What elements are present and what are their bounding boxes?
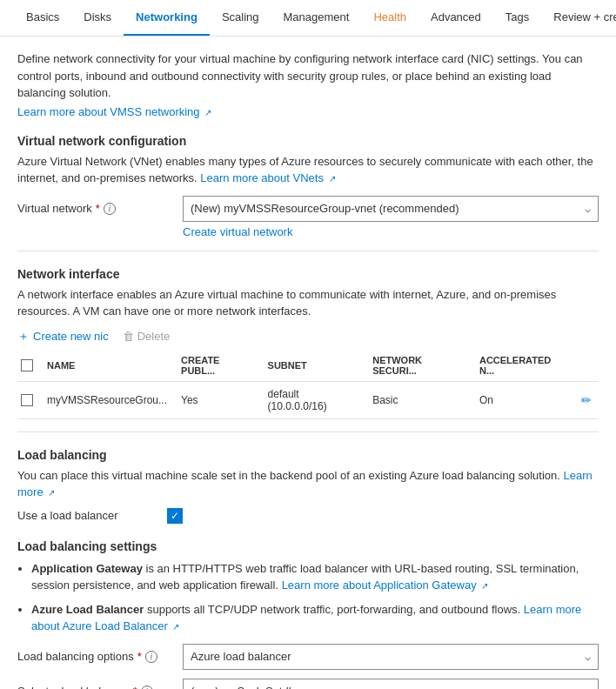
lb-bullets-list: Application Gateway is an HTTP/HTTPS web… bbox=[31, 560, 599, 635]
create-vnet-link[interactable]: Create virtual network bbox=[183, 225, 292, 238]
lb-select-info-icon[interactable]: i bbox=[141, 686, 153, 690]
vnet-form-row: Virtual network * i (New) myVMSSResource… bbox=[17, 196, 599, 222]
table-row: myVMSSResourceGrou... Yes default (10.0.… bbox=[17, 381, 599, 418]
vmss-network-link-icon: ↗ bbox=[204, 108, 211, 117]
lb-options-label: Load balancing options * i bbox=[17, 650, 174, 663]
lb-select-dropdown[interactable]: (new) myScaleSet-lb ⌵ bbox=[183, 679, 599, 690]
nic-row-name: myVMSSResourceGrou... bbox=[40, 381, 174, 418]
nic-col-subnet: SUBNET bbox=[261, 350, 366, 382]
lb-select-form-row: Select a load balancer * i (new) myScale… bbox=[17, 679, 599, 690]
nic-table-header-row: NAME CREATE PUBL... SUBNET NETWORK SECUR… bbox=[17, 350, 599, 382]
lb-options-chevron: ⌵ bbox=[585, 651, 591, 663]
nic-header-checkbox bbox=[17, 350, 40, 382]
divider-1 bbox=[17, 251, 599, 251]
lb-section-title: Load balancing bbox=[17, 448, 599, 462]
vnet-dropdown-chevron: ⌵ bbox=[585, 203, 591, 215]
nic-row-public-ip: Yes bbox=[174, 381, 261, 418]
vnet-link[interactable]: Learn more about VNets bbox=[200, 171, 324, 184]
tab-tags[interactable]: Tags bbox=[493, 0, 541, 36]
nic-col-actions bbox=[574, 350, 599, 382]
nav-tabs: Basics Disks Networking Scaling Manageme… bbox=[0, 0, 616, 37]
create-nic-button[interactable]: ＋ Create new nic bbox=[17, 329, 109, 344]
lb-options-dropdown[interactable]: Azure load balancer ⌵ bbox=[183, 644, 599, 670]
use-lb-checkbox[interactable] bbox=[167, 508, 183, 524]
use-lb-label: Use a load balancer bbox=[17, 509, 157, 522]
nic-row-accelerated: On bbox=[472, 381, 574, 418]
main-content: Define network connectivity for your vir… bbox=[0, 37, 616, 689]
nic-col-accelerated: ACCELERATED N... bbox=[472, 350, 574, 382]
nic-row-subnet: default (10.0.0.0/16) bbox=[261, 381, 366, 418]
lb-settings-title: Load balancing settings bbox=[17, 539, 599, 553]
azure-lb-desc: supports all TCP/UDP network traffic, po… bbox=[147, 603, 524, 616]
page-description: Define network connectivity for your vir… bbox=[17, 50, 599, 102]
app-gateway-label: Application Gateway bbox=[31, 562, 143, 575]
nic-table: NAME CREATE PUBL... SUBNET NETWORK SECUR… bbox=[17, 350, 599, 419]
nic-row-edit[interactable]: ✏ bbox=[574, 381, 599, 418]
list-item: Azure Load Balancer supports all TCP/UDP… bbox=[31, 601, 599, 635]
edit-icon[interactable]: ✏ bbox=[581, 393, 592, 407]
vnet-section-title: Virtual network configuration bbox=[17, 134, 599, 148]
vnet-label: Virtual network * i bbox=[17, 202, 174, 215]
tab-management[interactable]: Management bbox=[271, 0, 362, 36]
lb-select-label: Select a load balancer * i bbox=[17, 685, 174, 689]
lb-options-info-icon[interactable]: i bbox=[145, 651, 157, 663]
nic-toolbar: ＋ Create new nic 🗑 Delete bbox=[17, 329, 599, 344]
vnet-required: * bbox=[96, 202, 100, 215]
app-gateway-link[interactable]: Learn more about Application Gateway bbox=[282, 579, 477, 592]
nic-description: A network interface enables an Azure vir… bbox=[17, 286, 599, 320]
use-lb-row: Use a load balancer bbox=[17, 508, 599, 524]
nic-col-create-public-ip: CREATE PUBL... bbox=[174, 350, 261, 382]
tab-scaling[interactable]: Scaling bbox=[210, 0, 271, 36]
tab-advanced[interactable]: Advanced bbox=[418, 0, 493, 36]
vnet-description: Azure Virtual Network (VNet) enables man… bbox=[17, 153, 599, 187]
app-gateway-link-icon: ↗ bbox=[481, 581, 488, 591]
nic-col-name: NAME bbox=[40, 350, 174, 382]
lb-description: You can place this virtual machine scale… bbox=[17, 467, 599, 501]
delete-icon: 🗑 bbox=[123, 330, 134, 343]
azure-lb-link-icon: ↗ bbox=[172, 622, 179, 632]
nic-row-security: Basic bbox=[365, 381, 472, 418]
tab-health[interactable]: Health bbox=[361, 0, 418, 36]
lb-select-chevron: ⌵ bbox=[585, 686, 591, 690]
tab-review-create[interactable]: Review + create bbox=[541, 0, 616, 36]
nic-col-network-security: NETWORK SECURI... bbox=[365, 350, 472, 382]
tab-basics[interactable]: Basics bbox=[14, 0, 71, 36]
nic-row-checkbox-cell bbox=[17, 381, 40, 418]
plus-icon: ＋ bbox=[17, 329, 30, 344]
lb-options-form-row: Load balancing options * i Azure load ba… bbox=[17, 644, 599, 670]
delete-nic-button[interactable]: 🗑 Delete bbox=[123, 330, 171, 343]
vnet-info-icon[interactable]: i bbox=[104, 203, 116, 215]
vmss-network-link[interactable]: Learn more about VMSS networking bbox=[17, 105, 200, 118]
nic-row-checkbox[interactable] bbox=[21, 394, 33, 406]
tab-networking[interactable]: Networking bbox=[124, 0, 210, 36]
lb-select-required: * bbox=[133, 685, 137, 689]
azure-lb-label: Azure Load Balancer bbox=[31, 603, 144, 616]
lb-learn-more-icon: ↗ bbox=[48, 488, 55, 498]
lb-options-required: * bbox=[137, 650, 142, 663]
vnet-dropdown[interactable]: (New) myVMSSResourceGroup-vnet (recommen… bbox=[183, 196, 599, 222]
list-item: Application Gateway is an HTTP/HTTPS web… bbox=[31, 560, 599, 594]
vnet-link-icon: ↗ bbox=[329, 174, 336, 184]
divider-2 bbox=[17, 431, 599, 432]
nic-select-all-checkbox[interactable] bbox=[21, 359, 33, 371]
tab-disks[interactable]: Disks bbox=[71, 0, 124, 36]
nic-section-title: Network interface bbox=[17, 267, 599, 281]
